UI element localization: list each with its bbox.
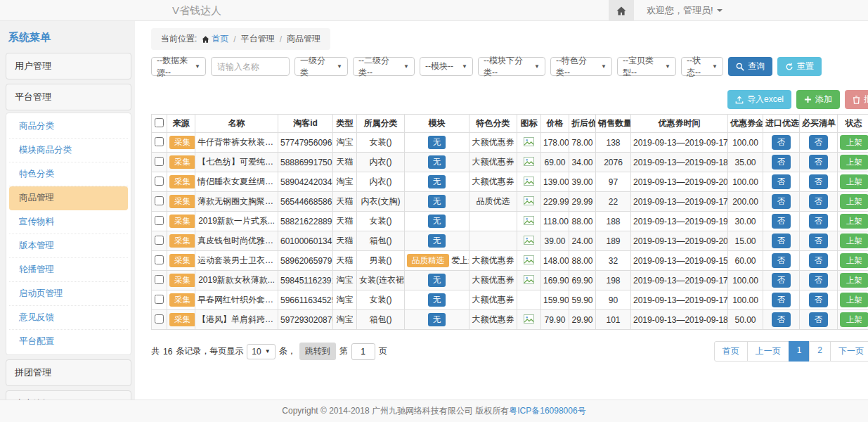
module-badge: 品质精选 <box>407 254 449 267</box>
icp-link[interactable]: 粤ICP备16098006号 <box>509 405 585 417</box>
user-menu[interactable]: 欢迎您，管理员! <box>647 4 723 17</box>
import-excel-button[interactable]: 导入excel <box>727 90 791 109</box>
imported-toggle-button[interactable]: 否 <box>772 174 791 189</box>
imported-cell: 否 <box>763 231 800 251</box>
sidebar-item[interactable]: 商品分类 <box>9 115 128 139</box>
imported-toggle-button[interactable]: 否 <box>772 312 791 327</box>
sidebar-group[interactable]: 拼团管理 <box>6 359 131 386</box>
status-button[interactable]: 上架 <box>840 194 868 209</box>
imported-cell: 否 <box>763 192 800 212</box>
table-row: 采集【港风】单肩斜跨链条...597293020870淘宝箱包()无大额优惠券7… <box>152 310 868 330</box>
row-checkbox[interactable] <box>155 137 164 146</box>
must-buy-toggle-button[interactable]: 否 <box>809 293 829 307</box>
row-checkbox[interactable] <box>155 196 164 205</box>
imported-toggle-button[interactable]: 否 <box>772 234 791 248</box>
taoke-id-cell: 598451162391 <box>278 271 333 290</box>
taoke-id-cell: 601000601341 <box>278 231 333 251</box>
sidebar-item[interactable]: 模块商品分类 <box>9 139 128 162</box>
status-button[interactable]: 上架 <box>840 214 868 229</box>
filter-select[interactable]: --模块下分类--▼ <box>478 57 545 76</box>
page-button[interactable]: 首页 <box>714 341 748 362</box>
row-checkbox-cell <box>152 212 167 231</box>
breadcrumb-separator: / <box>280 34 282 44</box>
sales-count-cell: 90 <box>596 290 631 310</box>
row-checkbox[interactable] <box>155 255 164 264</box>
breadcrumb-item[interactable]: 平台管理 <box>241 33 275 45</box>
filter-select[interactable]: --状态--▼ <box>681 57 723 76</box>
filter-select[interactable]: 一级分类▼ <box>294 57 348 76</box>
imported-toggle-button[interactable]: 否 <box>772 273 791 288</box>
sidebar-item[interactable]: 轮播管理 <box>9 258 128 282</box>
must-buy-toggle-button[interactable]: 否 <box>809 214 829 229</box>
status-button[interactable]: 上架 <box>840 312 868 327</box>
select-all-checkbox[interactable] <box>155 118 164 127</box>
jump-page-input[interactable] <box>351 343 375 360</box>
imported-toggle-button[interactable]: 否 <box>772 155 791 170</box>
must-buy-toggle-button[interactable]: 否 <box>809 234 829 248</box>
row-checkbox[interactable] <box>155 236 164 245</box>
row-checkbox[interactable] <box>155 216 164 225</box>
sidebar-item[interactable]: 意见反馈 <box>9 306 128 330</box>
batch-delete-button[interactable]: 批量删除 <box>845 90 868 109</box>
filter-select[interactable]: --特色分类--▼ <box>550 57 612 76</box>
imported-toggle-button[interactable]: 否 <box>772 293 791 307</box>
imported-cell: 否 <box>763 153 800 172</box>
filter-select-value: --状态-- <box>687 55 708 79</box>
copyright-text: Copyright © 2014-2018 广州九驰网络科技有限公司 版权所有 <box>282 405 509 417</box>
status-button[interactable]: 上架 <box>840 174 868 189</box>
status-button[interactable]: 上架 <box>840 155 868 170</box>
sidebar-item[interactable]: 商品管理 <box>9 186 128 210</box>
filter-select[interactable]: --模块--▼ <box>420 57 473 76</box>
source-cell: 采集 <box>167 231 195 251</box>
row-checkbox[interactable] <box>155 157 164 166</box>
must-buy-toggle-button[interactable]: 否 <box>809 174 829 189</box>
module-badge: 无 <box>428 155 446 169</box>
summary-text: 条， <box>279 345 296 357</box>
status-button[interactable]: 上架 <box>840 293 868 307</box>
must-buy-toggle-button[interactable]: 否 <box>809 194 829 209</box>
row-checkbox[interactable] <box>155 275 164 284</box>
imported-toggle-button[interactable]: 否 <box>772 214 791 229</box>
page-button[interactable]: 1 <box>789 341 810 362</box>
status-button[interactable]: 上架 <box>840 234 868 248</box>
coupon-amount-cell: 100.00 <box>728 271 763 290</box>
sidebar-group[interactable]: 用户管理 <box>6 53 131 79</box>
row-checkbox[interactable] <box>155 295 164 304</box>
filter-select-value: --模块下分类-- <box>484 55 530 79</box>
imported-toggle-button[interactable]: 否 <box>772 253 791 268</box>
sidebar-item[interactable]: 特色分类 <box>9 162 128 186</box>
must-buy-toggle-button[interactable]: 否 <box>809 135 829 150</box>
page-button[interactable]: 下一页 <box>830 341 868 362</box>
must-buy-cell: 否 <box>800 290 838 310</box>
filter-select[interactable]: --宝贝类型--▼ <box>617 57 676 76</box>
sidebar-item[interactable]: 启动页管理 <box>9 282 128 306</box>
add-button[interactable]: 添加 <box>796 90 840 109</box>
row-checkbox[interactable] <box>155 177 164 186</box>
page-button[interactable]: 2 <box>809 341 831 362</box>
home-button[interactable] <box>609 0 634 21</box>
sidebar-item[interactable]: 版本管理 <box>9 234 128 258</box>
must-buy-toggle-button[interactable]: 否 <box>809 253 829 268</box>
imported-toggle-button[interactable]: 否 <box>772 135 791 150</box>
sidebar-item[interactable]: 宣传物料 <box>9 210 128 234</box>
query-button[interactable]: 查询 <box>728 57 772 76</box>
status-button[interactable]: 上架 <box>840 135 868 150</box>
must-buy-toggle-button[interactable]: 否 <box>809 155 829 170</box>
must-buy-toggle-button[interactable]: 否 <box>809 312 829 327</box>
jump-button[interactable]: 跳转到 <box>299 343 336 360</box>
sidebar-group[interactable]: 平台管理 <box>6 84 131 110</box>
filter-select[interactable]: --数据来源--▼ <box>151 57 206 76</box>
breadcrumb-home-link[interactable]: 首页 <box>202 33 228 45</box>
row-checkbox[interactable] <box>155 314 164 324</box>
reset-button[interactable]: 重置 <box>777 57 822 76</box>
imported-cell: 否 <box>763 172 800 192</box>
imported-toggle-button[interactable]: 否 <box>772 194 791 209</box>
status-button[interactable]: 上架 <box>840 253 868 268</box>
must-buy-toggle-button[interactable]: 否 <box>809 273 829 288</box>
page-button[interactable]: 上一页 <box>747 341 789 362</box>
status-button[interactable]: 上架 <box>840 273 868 288</box>
filter-select[interactable]: --二级分类--▼ <box>353 57 415 76</box>
sidebar-item[interactable]: 平台配置 <box>9 330 128 353</box>
name-search-input[interactable] <box>211 57 290 76</box>
page-size-select[interactable]: 10 ▼ <box>247 344 275 359</box>
